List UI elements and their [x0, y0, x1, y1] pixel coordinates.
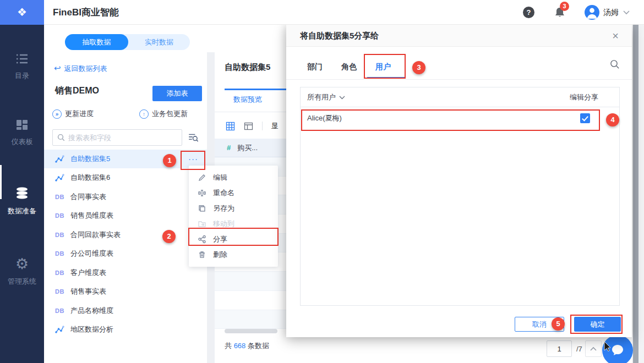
page-total-label: /7 [576, 345, 582, 353]
app-title: FineBI商业智能 [53, 0, 119, 25]
upload-icon: ↑ [139, 109, 149, 119]
sidebar-item-label: 管理系统 [0, 277, 44, 287]
add-table-button[interactable]: 添加表 [152, 86, 202, 101]
sidebar-item-dashboard[interactable]: 仪表板 [0, 117, 44, 147]
db-table-icon: DB [55, 250, 65, 257]
search-input[interactable] [68, 134, 167, 142]
database-icon [0, 185, 44, 202]
table-item-label: 销售员维度表 [70, 211, 113, 221]
tab-extract-data[interactable]: 抽取数据 [65, 34, 128, 50]
back-to-data-list-link[interactable]: ↩返回数据列表 [54, 63, 107, 74]
user-row[interactable]: Alice(夏梅) [301, 107, 619, 129]
user-avatar[interactable] [585, 5, 599, 20]
chevron-down-icon[interactable] [623, 10, 630, 15]
row-count-text: 共 668 条数据 [225, 341, 269, 351]
gear-icon: ⚙ [0, 256, 44, 272]
table-context-menu: 编辑 重命名 另存为 移动到 分享 删除 [189, 166, 278, 267]
search-field[interactable] [52, 129, 182, 146]
table-item[interactable]: DB 合同事实表 [44, 188, 207, 206]
update-progress-link[interactable]: » 更新进度 [52, 109, 94, 119]
data-list-panel: 抽取数据 实时数据 ↩返回数据列表 销售DEMO 添加表 » 更新进度 ↑ 业务… [44, 25, 207, 363]
db-table-icon: DB [55, 270, 65, 276]
menu-item-edit[interactable]: 编辑 [189, 170, 278, 185]
table-item[interactable]: DB 销售员维度表 [44, 206, 207, 225]
tab-realtime-data[interactable]: 实时数据 [128, 34, 190, 50]
divider [286, 79, 632, 80]
search-icon [57, 134, 65, 141]
menu-item-delete[interactable]: 删除 [189, 247, 278, 262]
vertical-scrollbar[interactable] [633, 25, 638, 363]
tab-department[interactable]: 部门 [307, 60, 323, 73]
table-item[interactable]: DB 产品名称维度 [44, 301, 207, 320]
package-update-link[interactable]: ↑ 业务包更新 [139, 109, 188, 119]
numeric-type-icon: # [227, 144, 231, 152]
column-header[interactable]: # 购买... [215, 139, 286, 157]
table-row [215, 272, 286, 291]
menu-item-share[interactable]: 分享 [189, 232, 278, 247]
back-arrow-icon: ↩ [54, 63, 61, 73]
table-item-label: 合同事实表 [70, 192, 106, 202]
search-filter-icon[interactable] [188, 132, 199, 143]
table-item-dataset5[interactable]: 自助数据集5 [44, 150, 207, 168]
menu-item-save-as[interactable]: 另存为 [189, 201, 278, 216]
sidebar-item-data-prep[interactable]: 数据准备 [0, 185, 44, 216]
db-table-icon: DB [55, 212, 65, 219]
annotation-step-4: 4 [606, 113, 619, 127]
page-up-button[interactable] [585, 340, 602, 357]
annotation-step-5: 5 [552, 317, 565, 331]
dataset-title: 自助数据集5 [225, 62, 270, 73]
finebi-logo-icon[interactable]: ❖ [0, 0, 44, 25]
search-icon[interactable] [610, 59, 620, 69]
table-item[interactable]: DB 销售事实表 [44, 282, 207, 301]
active-tab-indicator [225, 89, 286, 90]
menu-item-rename[interactable]: 重命名 [189, 185, 278, 201]
user-name[interactable]: 汤姆 [603, 0, 619, 25]
menu-item-move-to: 移动到 [189, 216, 278, 232]
table-item-dataset6[interactable]: 自助数据集6 [44, 168, 207, 187]
tab-user[interactable]: 用户 [375, 60, 391, 73]
table-row [215, 291, 286, 310]
table-grid-icon[interactable] [226, 122, 235, 131]
page-edge [632, 25, 644, 363]
all-users-filter[interactable]: 所有用户 [307, 87, 345, 107]
layout-panel-icon[interactable] [244, 122, 253, 131]
top-bar: ❖ FineBI商业智能 ? 3 汤姆 [0, 0, 644, 25]
column-name: 购买... [237, 143, 258, 153]
table-item-label: 自助数据集5 [70, 154, 110, 164]
sidebar-item-directory[interactable]: 目录 [0, 51, 44, 81]
sidebar-item-admin[interactable]: ⚙ 管理系统 [0, 256, 44, 287]
table-item-label: 客户维度表 [70, 268, 106, 278]
db-table-icon: DB [55, 307, 65, 314]
page-number-input[interactable] [547, 340, 572, 357]
active-tab-indicator [367, 77, 406, 79]
db-table-icon: DB [55, 194, 65, 200]
tab-role[interactable]: 角色 [341, 60, 357, 73]
close-icon[interactable]: × [612, 25, 619, 47]
annotation-step-1: 1 [163, 154, 176, 167]
table-item[interactable]: DB 客户维度表 [44, 263, 207, 282]
dashboard-icon [0, 117, 44, 133]
mouse-cursor [604, 342, 613, 353]
share-dialog: 将自助数据集5分享给 × 部门 角色 用户 所有用户 编辑分享 Alice(夏梅… [286, 25, 632, 337]
horizontal-scrollbar[interactable] [225, 329, 277, 333]
data-mode-tabs: 抽取数据 实时数据 [65, 34, 190, 50]
table-item-label: 产品名称维度 [70, 306, 113, 316]
chevron-up-icon [590, 346, 597, 351]
table-item[interactable]: DB 分公司维度表 [44, 244, 207, 263]
move-folder-icon [198, 219, 206, 228]
finebi-app: ❖ FineBI商业智能 ? 3 汤姆 目录 仪表板 [0, 0, 644, 363]
preview-toolbar: 显 [226, 121, 279, 131]
table-row [215, 310, 286, 329]
table-item[interactable]: DB 合同回款事实表 [44, 226, 207, 244]
table-item[interactable]: 地区数据分析 [44, 320, 207, 339]
edit-share-checkbox[interactable] [580, 113, 590, 123]
notification-count-badge: 3 [560, 2, 569, 11]
help-icon[interactable]: ? [523, 7, 534, 18]
divider [262, 122, 263, 130]
tab-data-preview[interactable]: 数据预览 [233, 95, 262, 105]
db-table-icon: DB [55, 232, 65, 238]
progress-icon: » [52, 109, 62, 119]
chevron-down-icon [339, 96, 345, 100]
confirm-button[interactable]: 确定 [574, 317, 621, 332]
table-item-label: 销售事实表 [70, 287, 106, 296]
